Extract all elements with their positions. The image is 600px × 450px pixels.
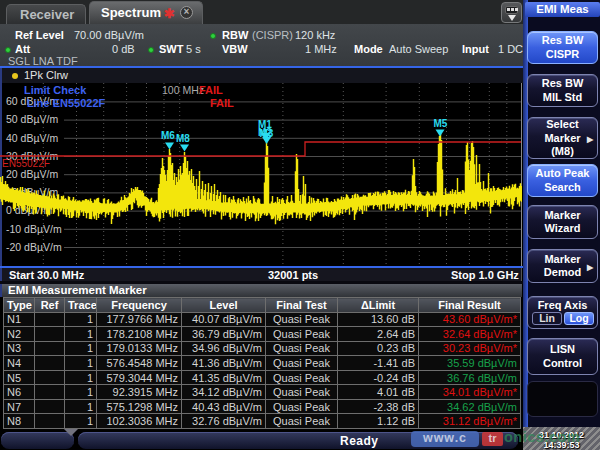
svg-text:50 dBµV/m: 50 dBµV/m (6, 113, 58, 125)
svg-text:M3: M3 (260, 128, 274, 139)
svg-text:Line EN55022F: Line EN55022F (27, 97, 106, 109)
svg-text:FAIL: FAIL (210, 97, 234, 109)
svg-text:M8: M8 (176, 133, 190, 144)
svg-text:M6: M6 (161, 130, 175, 141)
svg-text:EN55022F: EN55022F (2, 158, 50, 169)
svg-text:-20 dBµV/m: -20 dBµV/m (6, 241, 62, 253)
svg-text:40 dBµV/m: 40 dBµV/m (6, 132, 58, 144)
svg-text:20 dBµV/m: 20 dBµV/m (6, 168, 58, 180)
svg-text:-10 dBµV/m: -10 dBµV/m (6, 223, 62, 235)
svg-text:FAIL: FAIL (199, 84, 223, 96)
svg-text:M5: M5 (434, 118, 448, 129)
svg-text:Limit Check: Limit Check (24, 84, 87, 96)
svg-text:100 MHz: 100 MHz (162, 84, 204, 96)
